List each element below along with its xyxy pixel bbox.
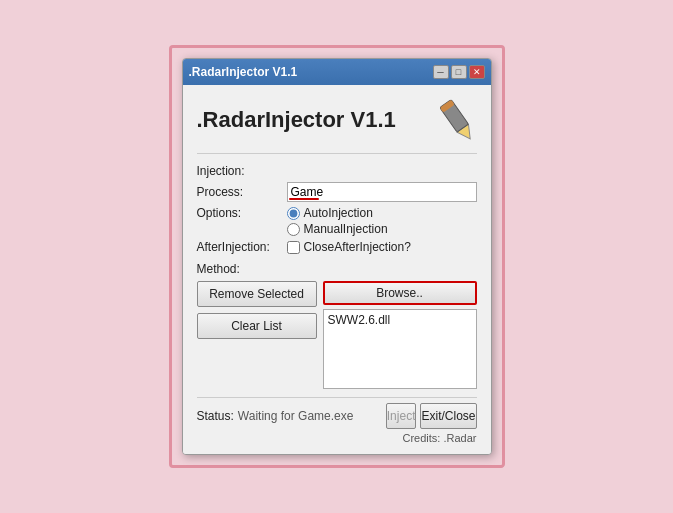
- close-after-checkbox[interactable]: [287, 241, 300, 254]
- right-area: Browse.. SWW2.6.dll: [323, 281, 477, 389]
- minimize-button[interactable]: ─: [433, 65, 449, 79]
- status-text: Waiting for Game.exe: [238, 409, 354, 423]
- manual-injection-label: ManualInjection: [304, 222, 388, 236]
- maximize-button[interactable]: □: [451, 65, 467, 79]
- method-area: Remove Selected Clear List Browse.. SWW2…: [197, 281, 477, 389]
- options-row: Options: AutoInjection ManualInjection: [197, 206, 477, 236]
- pencil-icon: [437, 95, 477, 145]
- status-label: Status:: [197, 409, 234, 423]
- options-label: Options:: [197, 206, 287, 220]
- injection-row: Injection:: [197, 164, 477, 178]
- bottom-buttons: Inject Exit/Close: [386, 403, 477, 429]
- after-injection-row: AfterInjection: CloseAfterInjection?: [197, 240, 477, 254]
- remove-selected-button[interactable]: Remove Selected: [197, 281, 317, 307]
- header-area: .RadarInjector V1.1: [197, 95, 477, 154]
- status-left: Status: Waiting for Game.exe: [197, 409, 354, 423]
- title-bar-controls: ─ □ ✕: [433, 65, 485, 79]
- game-input-wrapper: [287, 182, 477, 202]
- radio-group: AutoInjection ManualInjection: [287, 206, 388, 236]
- manual-injection-option[interactable]: ManualInjection: [287, 222, 388, 236]
- left-buttons: Remove Selected Clear List: [197, 281, 317, 389]
- dll-list-item: SWW2.6.dll: [328, 312, 472, 328]
- injection-label: Injection:: [197, 164, 287, 178]
- auto-injection-label: AutoInjection: [304, 206, 373, 220]
- method-label: Method:: [197, 262, 477, 276]
- main-window: .RadarInjector V1.1 ─ □ ✕ .RadarInjector…: [182, 58, 492, 455]
- after-injection-label: AfterInjection:: [197, 240, 287, 254]
- exit-close-button[interactable]: Exit/Close: [420, 403, 476, 429]
- close-button[interactable]: ✕: [469, 65, 485, 79]
- credits-text: Credits: .Radar: [197, 432, 477, 444]
- app-title: .RadarInjector V1.1: [197, 107, 396, 133]
- browse-button[interactable]: Browse..: [323, 281, 477, 305]
- clear-list-button[interactable]: Clear List: [197, 313, 317, 339]
- auto-injection-option[interactable]: AutoInjection: [287, 206, 388, 220]
- outer-border: .RadarInjector V1.1 ─ □ ✕ .RadarInjector…: [169, 45, 505, 468]
- auto-injection-radio[interactable]: [287, 207, 300, 220]
- manual-injection-radio[interactable]: [287, 223, 300, 236]
- status-bar: Status: Waiting for Game.exe Inject Exit…: [197, 397, 477, 429]
- close-after-injection-option[interactable]: CloseAfterInjection?: [287, 240, 411, 254]
- process-label: Process:: [197, 185, 287, 199]
- inject-button[interactable]: Inject: [386, 403, 417, 429]
- title-bar: .RadarInjector V1.1 ─ □ ✕: [183, 59, 491, 85]
- dll-list[interactable]: SWW2.6.dll: [323, 309, 477, 389]
- red-underline-decoration: [289, 198, 319, 200]
- process-row: Process:: [197, 182, 477, 202]
- close-after-label: CloseAfterInjection?: [304, 240, 411, 254]
- window-body: .RadarInjector V1.1 Injection:: [183, 85, 491, 454]
- window-title: .RadarInjector V1.1: [189, 65, 298, 79]
